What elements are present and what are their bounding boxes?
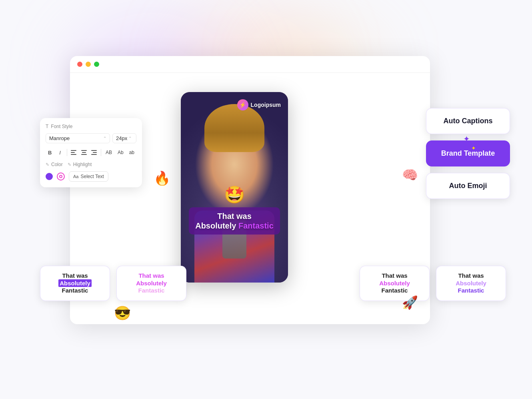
brand-template-label: Brand Template [441,149,495,158]
svg-rect-5 [81,154,87,155]
caption-card-style1[interactable]: That was Absolutely Fantastic [40,266,110,301]
auto-emoji-label: Auto Emoji [449,182,487,190]
traffic-light-green[interactable] [94,62,99,67]
caption-line1: That was [217,212,252,221]
right-caption-cards-row: That was Absolutely Fantastic That was A… [360,266,506,301]
right-feature-cards: Auto Captions Brand Template Auto Emoji [426,108,510,199]
italic-button[interactable]: I [56,147,64,158]
select-text-label: Select Text [80,174,104,179]
format-separator-1 [67,149,67,156]
logo-icon: ⚡ [237,99,248,110]
traffic-light-red[interactable] [77,62,82,67]
font-family-select[interactable]: Manrope ⌃ [46,133,110,143]
highlight-pencil-icon: ✎ [68,162,71,167]
caption-card-style4[interactable]: That was Absolutely Fantastic [436,266,506,301]
caption-card-4-line1: That was [458,272,484,279]
color-label: Color [51,162,63,167]
color-row: ✎ Color ✎ Highlight [46,162,136,167]
caption-card-1-highlight: Absolutely [58,279,92,287]
caption-card-2-text: That was Absolutely Fantastic [122,272,180,295]
caption-card-2-line1: That was [138,272,164,279]
caption-card-style3[interactable]: That was Absolutely Fantastic [360,266,430,301]
auto-emoji-card[interactable]: Auto Emoji [426,173,510,199]
svg-rect-1 [71,152,75,153]
svg-rect-4 [82,152,86,153]
phone-preview: ⚡ Logoipsum 🤩 That was Absolutely Fantas… [181,92,288,283]
format-separator-2 [101,149,101,156]
phone-caption-text: That was Absolutely Fantastic [195,211,274,231]
highlight-label: Highlight [73,162,92,167]
lowercase-button[interactable]: ab [127,149,136,156]
uppercase-button[interactable]: AB [104,149,114,156]
svg-rect-8 [91,154,97,155]
svg-rect-6 [91,150,97,151]
color-group: ✎ Color [46,162,63,167]
caption-card-1-word2: Fantastic [62,287,88,294]
caption-card-1-line1: That was [62,272,88,279]
caption-card-3-word2: Fantastic [382,287,408,294]
caption-card-3-word1: Absolutely [379,280,410,287]
caption-word-highlight: Fantastic [236,221,273,230]
align-right-button[interactable] [90,147,98,158]
caption-card-2-word1: Absolutely [136,280,167,287]
bold-button[interactable]: B [46,147,54,158]
align-left-button[interactable] [70,147,78,158]
select-text-button[interactable]: Aa Select Text [69,171,108,182]
color-swatch-pink[interactable] [57,172,65,180]
titlecase-button[interactable]: Ab [116,149,126,156]
browser-titlebar [70,56,430,73]
person-hair [204,104,264,152]
caption-cards-row: That was Absolutely Fantastic That was A… [40,266,186,301]
font-panel-title: Font Style [51,124,72,129]
logo-text: Logoipsum [251,102,281,108]
caption-card-4-word1: Absolutely [456,280,486,287]
auto-captions-card[interactable]: Auto Captions [426,108,510,134]
svg-rect-7 [93,152,97,153]
caption-card-style2[interactable]: That was Absolutely Fantastic [116,266,186,301]
caption-card-3-text: That was Absolutely Fantastic [366,272,424,295]
traffic-lights [77,62,99,67]
svg-rect-0 [71,150,76,151]
ab-case-group: AB Ab ab [104,149,136,156]
brand-template-card[interactable]: Brand Template [426,140,510,166]
caption-card-4-text: That was Absolutely Fantastic [442,272,500,295]
caption-card-3-line1: That was [382,272,407,279]
caption-card-1-text: That was Absolutely Fantastic [46,272,104,295]
color-swatches-row: Aa Select Text [46,171,136,182]
caption-card-2-word2: Fantastic [138,287,165,294]
font-style-icon: T [46,124,48,129]
caption-word-normal: Absolutely [195,221,236,230]
font-selector-row: Manrope ⌃ 24px ⌃ [46,133,136,143]
color-swatch-blue[interactable] [46,173,53,180]
svg-rect-2 [71,154,76,155]
auto-captions-label: Auto Captions [444,117,493,125]
traffic-light-yellow[interactable] [86,62,91,67]
highlight-group: ✎ Highlight [68,162,92,167]
font-size-input[interactable]: 24px ⌃ [112,133,136,143]
color-pencil-icon: ✎ [46,162,49,167]
phone-caption-overlay: That was Absolutely Fantastic [188,207,280,235]
align-center-button[interactable] [80,147,88,158]
font-panel-header: T Font Style [46,124,136,129]
phone-center-emoji: 🤩 [224,185,245,205]
svg-rect-3 [81,150,87,151]
caption-card-4-word2: Fantastic [458,287,484,294]
phone-logo: ⚡ Logoipsum [237,99,281,110]
select-text-icon: Aa [73,174,78,179]
font-style-panel: T Font Style Manrope ⌃ 24px ⌃ B I AB Ab … [40,118,142,187]
format-buttons-row: B I AB Ab ab [46,147,136,158]
